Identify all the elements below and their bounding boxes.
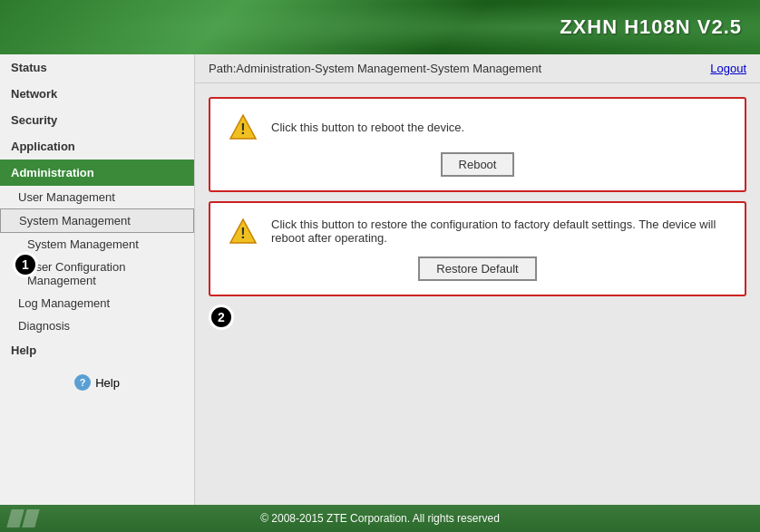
- reboot-btn-row: Reboot: [229, 152, 726, 177]
- app-title: ZXHN H108N V2.5: [560, 15, 742, 39]
- sidebar-item-diagnosis[interactable]: Diagnosis: [0, 314, 194, 337]
- sidebar-item-application[interactable]: Application: [0, 133, 194, 160]
- restore-default-button[interactable]: Restore Default: [418, 256, 536, 281]
- restore-card: ! Click this button to restore the confi…: [209, 201, 746, 296]
- sidebar-item-security[interactable]: Security: [0, 107, 194, 133]
- help-label: Help: [95, 376, 120, 390]
- reboot-card-row: ! Click this button to reboot the device…: [229, 112, 726, 141]
- sidebar-item-network[interactable]: Network: [0, 81, 194, 107]
- sidebar-help-button[interactable]: ? Help: [0, 367, 194, 398]
- sidebar-item-status[interactable]: Status: [0, 54, 194, 81]
- sidebar: Status Network Security Application Admi…: [0, 54, 195, 505]
- svg-text:!: !: [240, 121, 245, 137]
- content-area: Path:Administration-System Management-Sy…: [195, 54, 760, 505]
- sidebar-item-system-management[interactable]: System Management: [0, 208, 194, 233]
- help-icon: ?: [74, 374, 91, 391]
- main-layout: Status Network Security Application Admi…: [0, 54, 760, 505]
- warning-icon-restore: !: [229, 217, 258, 246]
- restore-card-text: Click this button to restore the configu…: [271, 218, 726, 245]
- warning-icon-reboot: !: [229, 112, 258, 141]
- footer-text: © 2008-2015 ZTE Corporation. All rights …: [260, 512, 500, 525]
- logout-button[interactable]: Logout: [710, 62, 746, 75]
- sidebar-item-administration[interactable]: Administration: [0, 160, 194, 186]
- sidebar-item-user-management[interactable]: User Management: [0, 186, 194, 208]
- svg-text:!: !: [240, 226, 245, 241]
- content-inner: ! Click this button to reboot the device…: [195, 83, 760, 310]
- restore-card-row: ! Click this button to restore the confi…: [229, 217, 726, 246]
- restore-btn-row: Restore Default: [229, 256, 726, 281]
- reboot-button[interactable]: Reboot: [441, 152, 515, 177]
- reboot-card-text: Click this button to reboot the device.: [271, 121, 726, 134]
- path-bar: Path:Administration-System Management-Sy…: [195, 54, 760, 83]
- breadcrumb: Path:Administration-System Management-Sy…: [209, 62, 541, 75]
- header: ZXHN H108N V2.5: [0, 0, 760, 54]
- annotation-badge-2: 2: [209, 305, 234, 330]
- footer-decoration: [9, 509, 37, 527]
- reboot-card: ! Click this button to reboot the device…: [209, 97, 746, 192]
- annotation-badge-1: 1: [13, 252, 38, 277]
- sidebar-item-help[interactable]: Help: [0, 337, 194, 363]
- sidebar-item-log-management[interactable]: Log Management: [0, 292, 194, 314]
- footer: © 2008-2015 ZTE Corporation. All rights …: [0, 505, 760, 532]
